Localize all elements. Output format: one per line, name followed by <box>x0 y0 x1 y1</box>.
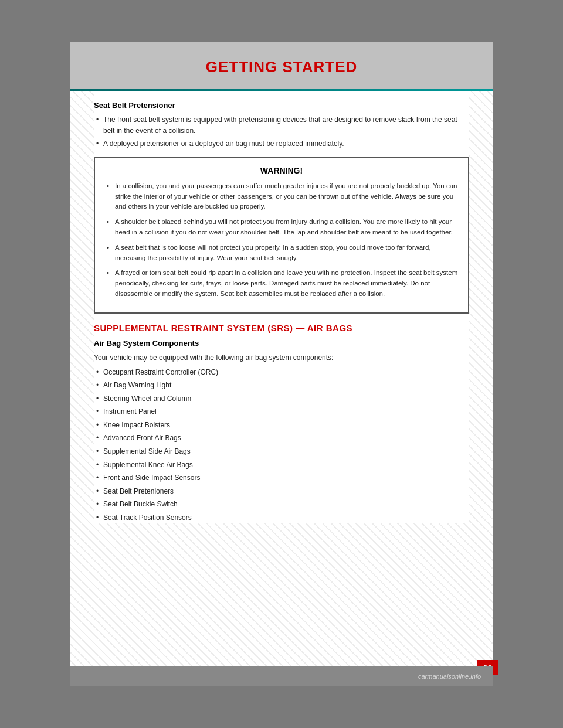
list-item: Steering Wheel and Column <box>94 393 469 404</box>
footer-logo: carmanualsonline.info <box>418 673 481 680</box>
list-item: Instrument Panel <box>94 406 469 417</box>
list-item: The front seat belt system is equipped w… <box>94 114 469 136</box>
list-item: Seat Track Position Sensors <box>94 512 469 523</box>
list-item: Front and Side Impact Sensors <box>94 472 469 484</box>
header-underline <box>70 89 493 91</box>
list-item: Air Bag Warning Light <box>94 380 469 391</box>
page-title: GETTING STARTED <box>70 50 493 81</box>
seat-belt-bullets: The front seat belt system is equipped w… <box>94 114 469 149</box>
seat-belt-section: Seat Belt Pretensioner The front seat be… <box>94 101 469 149</box>
warning-list: In a collision, you and your passengers … <box>104 181 459 300</box>
list-item: Advanced Front Air Bags <box>94 433 469 444</box>
components-list: Occupant Restraint Controller (ORC) Air … <box>94 367 469 523</box>
list-item: Supplemental Side Air Bags <box>94 446 469 457</box>
seat-belt-heading: Seat Belt Pretensioner <box>94 101 469 110</box>
list-item: In a collision, you and your passengers … <box>104 181 459 212</box>
list-item: Occupant Restraint Controller (ORC) <box>94 367 469 378</box>
list-item: Supplemental Knee Air Bags <box>94 460 469 471</box>
srs-section: SUPPLEMENTAL RESTRAINT SYSTEM (SRS) — AI… <box>94 323 469 523</box>
air-bag-components-heading: Air Bag System Components <box>94 339 469 348</box>
footer: carmanualsonline.info <box>70 666 493 686</box>
warning-box: WARNING! In a collision, you and your pa… <box>94 157 469 314</box>
list-item: Seat Belt Buckle Switch <box>94 499 469 510</box>
list-item: A shoulder belt placed behind you will n… <box>104 217 459 238</box>
air-bag-intro: Your vehicle may be equipped with the fo… <box>94 352 469 363</box>
srs-heading: SUPPLEMENTAL RESTRAINT SYSTEM (SRS) — AI… <box>94 323 469 333</box>
list-item: A seat belt that is too loose will not p… <box>104 243 459 264</box>
list-item: Knee Impact Bolsters <box>94 420 469 431</box>
list-item: A frayed or torn seat belt could rip apa… <box>104 268 459 299</box>
list-item: Seat Belt Pretenioners <box>94 486 469 497</box>
list-item: A deployed pretensioner or a deployed ai… <box>94 138 469 149</box>
warning-title: WARNING! <box>104 166 459 175</box>
